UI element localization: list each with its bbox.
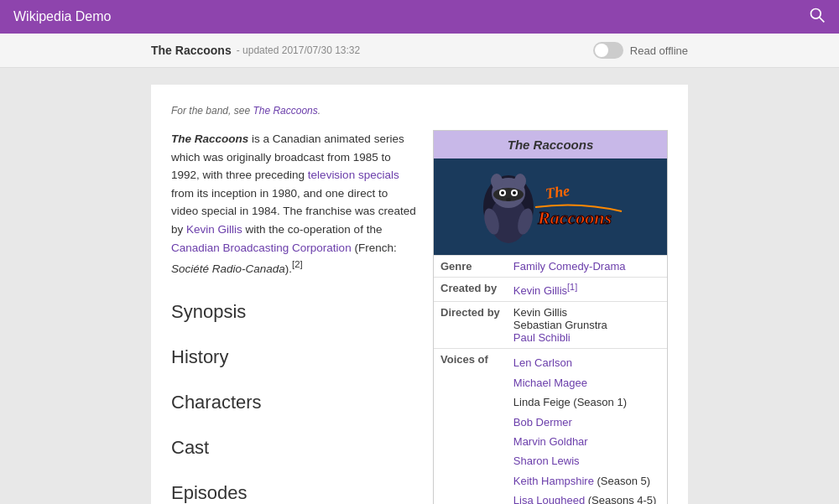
infobox-row-directed: Directed by Kevin Gillis Sebastian Gruns… bbox=[434, 302, 667, 349]
infobox-row-voices: Voices of Len Carlson Michael Magee Lind… bbox=[434, 349, 667, 504]
voice-marvin-link[interactable]: Marvin Goldhar bbox=[513, 435, 588, 448]
content-layout: The Raccoons is a Canadian animated seri… bbox=[171, 130, 668, 504]
svg-point-6 bbox=[514, 174, 526, 189]
intro-text: The Raccoons is a Canadian animated seri… bbox=[171, 130, 416, 278]
voice-3: Linda Feige (Season 1) bbox=[513, 392, 660, 412]
topbar: Wikipedia Demo bbox=[0, 0, 839, 34]
search-icon[interactable] bbox=[809, 7, 826, 28]
article-title[interactable]: The Raccoons bbox=[151, 44, 232, 57]
left-column: The Raccoons is a Canadian animated seri… bbox=[171, 130, 416, 504]
director-1: Kevin Gillis bbox=[513, 306, 660, 319]
genre-link[interactable]: Family Comedy-Drama bbox=[513, 260, 626, 273]
svg-point-11 bbox=[513, 191, 516, 195]
section-synopsis[interactable]: Synopsis bbox=[171, 301, 416, 323]
offline-label: Read offline bbox=[630, 44, 688, 57]
svg-point-0 bbox=[811, 8, 821, 18]
infobox-value-voices: Len Carlson Michael Magee Linda Feige (S… bbox=[507, 349, 667, 504]
subheader: The Raccoons - updated 2017/07/30 13:32 … bbox=[0, 34, 839, 68]
svg-point-10 bbox=[501, 191, 504, 195]
voice-keith-link[interactable]: Keith Hampshire bbox=[513, 475, 594, 487]
sections-list: Synopsis History Characters Cast Episode… bbox=[171, 301, 416, 504]
band-note: For the band, see The Raccoons. bbox=[171, 105, 668, 117]
band-note-link[interactable]: The Raccoons bbox=[253, 105, 317, 117]
infobox-label-genre: Genre bbox=[434, 256, 507, 278]
infobox-label-created: Created by bbox=[434, 278, 507, 302]
voice-sharon-link[interactable]: Sharon Lewis bbox=[513, 455, 580, 467]
band-note-suffix: . bbox=[318, 105, 320, 117]
french-name: Société Radio-Canada bbox=[171, 262, 285, 275]
section-characters[interactable]: Characters bbox=[171, 392, 416, 413]
voices-list: Len Carlson Michael Magee Linda Feige (S… bbox=[513, 353, 660, 504]
band-note-prefix: For the band, see bbox=[171, 105, 253, 117]
voice-5: Marvin Goldhar bbox=[513, 432, 660, 451]
article-updated: - updated 2017/07/30 13:32 bbox=[237, 44, 360, 56]
intro-text-5: ). bbox=[285, 262, 292, 275]
infobox-label-voices: Voices of bbox=[434, 349, 507, 504]
tv-specials-link[interactable]: television specials bbox=[308, 169, 399, 181]
kevin-gillis-link[interactable]: Kevin Gillis bbox=[186, 223, 242, 236]
section-cast[interactable]: Cast bbox=[171, 437, 416, 459]
infobox-value-created: Kevin Gillis[1] bbox=[507, 278, 667, 302]
section-history[interactable]: History bbox=[171, 346, 416, 368]
article-bold-title: The Raccoons bbox=[171, 132, 248, 145]
subheader-title-group: The Raccoons - updated 2017/07/30 13:32 bbox=[151, 44, 360, 57]
director-2: Sebastian Grunstra bbox=[513, 319, 660, 331]
svg-point-12 bbox=[506, 198, 511, 201]
svg-text:Raccoons: Raccoons bbox=[537, 207, 612, 228]
infobox-label-directed: Directed by bbox=[434, 302, 507, 349]
section-episodes[interactable]: Episodes bbox=[171, 482, 416, 504]
created-by-link[interactable]: Kevin Gillis[1] bbox=[513, 284, 577, 297]
voice-lisa-link[interactable]: Lisa Lougheed bbox=[513, 494, 585, 504]
main-content: For the band, see The Raccoons. The Racc… bbox=[0, 68, 839, 504]
voice-len-link[interactable]: Len Carlson bbox=[513, 356, 572, 369]
intro-text-4: (French: bbox=[352, 242, 397, 254]
app-title: Wikipedia Demo bbox=[13, 9, 111, 24]
offline-toggle[interactable] bbox=[593, 42, 623, 59]
infobox-image: The Raccoons bbox=[434, 158, 667, 255]
infobox-title: The Raccoons bbox=[434, 131, 667, 158]
infobox-row-genre: Genre Family Comedy-Drama bbox=[434, 256, 667, 278]
svg-point-5 bbox=[491, 174, 503, 189]
voice-4: Bob Dermer bbox=[513, 413, 660, 432]
cbc-link[interactable]: Canadian Broadcasting Corporation bbox=[171, 242, 352, 254]
infobox: The Raccoons bbox=[433, 130, 668, 504]
article-card: For the band, see The Raccoons. The Racc… bbox=[151, 85, 688, 504]
voice-2: Michael Magee bbox=[513, 373, 660, 392]
voice-bob-link[interactable]: Bob Dermer bbox=[513, 416, 572, 429]
voice-8: Lisa Lougheed (Seasons 4-5) bbox=[513, 491, 660, 504]
voice-6: Sharon Lewis bbox=[513, 451, 660, 470]
intro-text-3: with the co-operation of the bbox=[242, 223, 383, 236]
director-3-link[interactable]: Paul Schibli bbox=[513, 331, 571, 344]
infobox-table: Genre Family Comedy-Drama Created by Kev… bbox=[434, 255, 667, 504]
offline-group: Read offline bbox=[593, 42, 688, 59]
infobox-value-genre: Family Comedy-Drama bbox=[507, 256, 667, 278]
svg-line-1 bbox=[820, 17, 825, 22]
infobox-row-created: Created by Kevin Gillis[1] bbox=[434, 278, 667, 302]
svg-text:The: The bbox=[545, 182, 571, 202]
footnote-2: [2] bbox=[292, 259, 303, 269]
right-column: The Raccoons bbox=[433, 130, 668, 504]
voice-michael-link[interactable]: Michael Magee bbox=[513, 377, 587, 389]
voice-7: Keith Hampshire (Season 5) bbox=[513, 471, 660, 491]
infobox-value-directed: Kevin Gillis Sebastian Grunstra Paul Sch… bbox=[507, 302, 667, 349]
voice-1: Len Carlson bbox=[513, 353, 660, 372]
